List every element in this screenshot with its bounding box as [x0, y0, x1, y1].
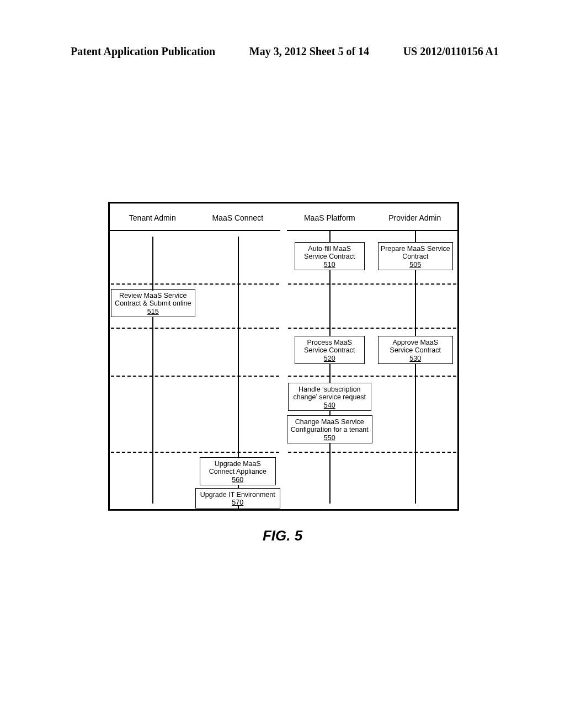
step-520-text: Process MaaS Service Contract — [304, 339, 355, 354]
step-550: Change MaaS Service Configuration for a … — [287, 415, 372, 443]
step-530-text: Approve MaaS Service Contract — [390, 339, 441, 354]
step-530-num: 530 — [381, 355, 451, 362]
lane-header-maas-connect: MaaS Connect — [195, 204, 281, 228]
step-520: Process MaaS Service Contract 520 — [295, 336, 365, 364]
lane-header-maas-platform: MaaS Platform — [287, 204, 372, 228]
lane-provider-admin: Provider Admin Prepare MaaS Service Cont… — [372, 204, 458, 509]
lane-maas-connect: MaaS Connect Upgrade MaaS Connect Applia… — [195, 204, 281, 509]
header-right: US 2012/0110156 A1 — [403, 45, 499, 58]
step-520-num: 520 — [297, 355, 362, 362]
step-560-text: Upgrade MaaS Connect Appliance — [209, 460, 266, 475]
header-left: Patent Application Publication — [71, 45, 215, 58]
step-540-text: Handle ‘subscription change’ service req… — [293, 386, 366, 401]
step-515: Review MaaS Service Contract & Submit on… — [111, 289, 195, 317]
figure-label: FIG. 5 — [0, 527, 565, 544]
step-550-num: 550 — [290, 434, 370, 442]
step-510-num: 510 — [297, 261, 362, 269]
step-530: Approve MaaS Service Contract 530 — [378, 336, 454, 364]
step-515-num: 515 — [114, 308, 193, 315]
lane-header-provider-admin: Provider Admin — [372, 204, 458, 228]
step-505: Prepare MaaS Service Contract 505 — [378, 242, 454, 270]
step-540: Handle ‘subscription change’ service req… — [288, 383, 371, 411]
left-swimlane-group: Tenant Admin Review MaaS Service Contrac… — [110, 204, 280, 509]
step-570-text: Upgrade IT Environment — [200, 491, 275, 499]
swimlane-diagram: Tenant Admin Review MaaS Service Contrac… — [108, 202, 459, 511]
step-510: Auto-fill MaaS Service Contract 510 — [295, 242, 365, 270]
step-560-num: 560 — [202, 476, 274, 484]
step-505-text: Prepare MaaS Service Contract — [381, 245, 450, 260]
page-header: Patent Application Publication May 3, 20… — [0, 45, 565, 58]
step-515-text: Review MaaS Service Contract & Submit on… — [115, 292, 191, 307]
lane-maas-platform: MaaS Platform Auto-fill MaaS Service Con… — [287, 204, 372, 509]
step-550-text: Change MaaS Service Configuration for a … — [291, 418, 369, 433]
step-510-text: Auto-fill MaaS Service Contract — [304, 245, 355, 260]
step-560: Upgrade MaaS Connect Appliance 560 — [200, 457, 276, 485]
header-center: May 3, 2012 Sheet 5 of 14 — [249, 45, 369, 58]
lane-tenant-admin: Tenant Admin Review MaaS Service Contrac… — [110, 204, 195, 509]
lane-header-tenant-admin: Tenant Admin — [110, 204, 195, 228]
step-505-num: 505 — [381, 261, 451, 269]
step-540-num: 540 — [291, 402, 369, 409]
right-swimlane-group: MaaS Platform Auto-fill MaaS Service Con… — [287, 204, 457, 509]
